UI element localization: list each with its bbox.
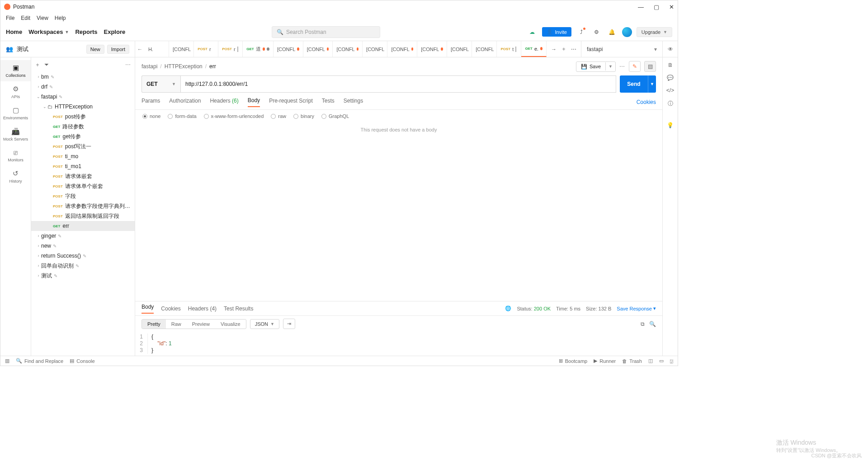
nav-explore[interactable]: Explore bbox=[104, 28, 126, 35]
body-binary[interactable]: binary bbox=[293, 113, 314, 119]
resp-tab-cookies[interactable]: Cookies bbox=[161, 306, 180, 312]
request-item[interactable]: POST返回结果限制返回字段 bbox=[31, 211, 135, 221]
filter-icon[interactable]: ⏷ bbox=[44, 61, 49, 68]
crumb[interactable]: fastapi bbox=[142, 63, 157, 70]
environment-selector[interactable]: fastapi ▾ bbox=[581, 41, 662, 57]
fmt-visualize[interactable]: Visualize bbox=[215, 320, 246, 329]
console[interactable]: ▤ Console bbox=[70, 358, 94, 364]
tab-authorization[interactable]: Authorization bbox=[169, 98, 201, 107]
collection-item[interactable]: ›drf✎ bbox=[31, 82, 135, 92]
layout-single-pane-icon[interactable]: ▭ bbox=[659, 358, 664, 364]
invite-button[interactable]: 👤Invite bbox=[542, 27, 571, 37]
collection-item[interactable]: ›new✎ bbox=[31, 241, 135, 251]
request-item[interactable]: POSTti_mo1 bbox=[31, 161, 135, 171]
edit-icon[interactable]: ✎ bbox=[629, 61, 641, 72]
collection-item[interactable]: ›测试✎ bbox=[31, 271, 135, 281]
copy-icon[interactable]: ⧉ bbox=[641, 321, 645, 327]
request-tab[interactable]: GETe. bbox=[521, 41, 547, 57]
workspace-label[interactable]: 👥 测试 New Import bbox=[0, 41, 135, 57]
tabs-back-icon[interactable]: ← bbox=[135, 41, 145, 57]
send-dropdown[interactable]: ▼ bbox=[648, 75, 656, 93]
comment-mode-icon[interactable]: ▤ bbox=[644, 61, 656, 72]
request-tab[interactable]: H. bbox=[145, 41, 169, 57]
save-response-button[interactable]: Save Response ▾ bbox=[617, 306, 656, 311]
rail-apis[interactable]: ⚙APIs bbox=[0, 81, 31, 103]
nav-reports[interactable]: Reports bbox=[75, 28, 97, 35]
collection-item[interactable]: ⌄fastapi✎ bbox=[31, 92, 135, 102]
globe-icon[interactable]: 🌐 bbox=[505, 306, 511, 311]
request-tab[interactable]: [CONFL bbox=[387, 41, 417, 57]
request-tab[interactable]: [CONFL bbox=[472, 41, 497, 57]
search-input[interactable]: 🔍 Search Postman bbox=[272, 26, 380, 38]
tabs-forward-icon[interactable]: → bbox=[551, 46, 557, 52]
settings-icon[interactable]: ⚙ bbox=[591, 27, 602, 38]
tab-tests[interactable]: Tests bbox=[322, 98, 335, 107]
fmt-raw[interactable]: Raw bbox=[166, 320, 187, 329]
window-minimize-icon[interactable]: — bbox=[638, 4, 644, 10]
request-tab[interactable]: [CONFL bbox=[447, 41, 472, 57]
request-item[interactable]: POSTti_mo bbox=[31, 151, 135, 161]
menu-view[interactable]: View bbox=[37, 15, 48, 21]
request-item[interactable]: POST请求体单个嵌套 bbox=[31, 181, 135, 191]
menu-help[interactable]: Help bbox=[55, 15, 66, 21]
rail-mock-servers[interactable]: 📠Mock Servers bbox=[0, 124, 31, 145]
new-tab-icon[interactable]: ＋ bbox=[561, 45, 566, 53]
sidebar-toggle-icon[interactable]: ▥ bbox=[5, 358, 9, 364]
crumb[interactable]: HTTPException bbox=[165, 63, 203, 70]
window-maximize-icon[interactable]: ▢ bbox=[654, 4, 659, 10]
send-button[interactable]: Send bbox=[620, 75, 648, 93]
tab-headers[interactable]: Headers (6) bbox=[210, 98, 238, 107]
save-button[interactable]: 💾Save ▼ bbox=[576, 61, 616, 72]
request-tab[interactable]: [CONFL bbox=[169, 41, 194, 57]
request-item[interactable]: GET路径参数 bbox=[31, 122, 135, 132]
request-item[interactable]: POST请求参数字段使用字典列表集合... bbox=[31, 201, 135, 211]
body-x-www-form-urlencoded[interactable]: x-www-form-urlencoded bbox=[204, 113, 264, 119]
runner[interactable]: ▶ Runner bbox=[594, 358, 616, 364]
request-item[interactable]: POSTpost写法一 bbox=[31, 141, 135, 151]
request-tab[interactable]: POSTr bbox=[194, 41, 218, 57]
chevron-down-icon[interactable]: ▼ bbox=[605, 62, 615, 70]
body-raw[interactable]: raw bbox=[271, 113, 286, 119]
rail-history[interactable]: ↺History bbox=[0, 166, 31, 187]
window-close-icon[interactable]: ✕ bbox=[669, 4, 674, 10]
capture-icon[interactable]: ⤴ bbox=[576, 27, 587, 38]
upgrade-button[interactable]: Upgrade▼ bbox=[637, 27, 672, 37]
request-item[interactable]: POST字段 bbox=[31, 191, 135, 201]
request-tab[interactable]: [CONFL bbox=[363, 41, 387, 57]
tab-settings[interactable]: Settings bbox=[344, 98, 363, 107]
request-tab[interactable]: GET道 bbox=[243, 41, 274, 57]
user-avatar[interactable] bbox=[622, 27, 632, 37]
docs-icon[interactable]: 🗎 bbox=[668, 62, 673, 68]
collection-item[interactable]: ›回单自动识别✎ bbox=[31, 261, 135, 271]
request-tab[interactable]: [CONFL bbox=[274, 41, 303, 57]
bootcamp[interactable]: ⊞ Bootcamp bbox=[559, 358, 588, 364]
environment-quicklook-icon[interactable]: 👁 bbox=[662, 41, 678, 57]
bulb-icon[interactable]: 💡 bbox=[667, 122, 674, 128]
fmt-pretty[interactable]: Pretty bbox=[142, 320, 166, 329]
new-button[interactable]: New bbox=[86, 45, 104, 54]
request-item[interactable]: GETget传参 bbox=[31, 132, 135, 141]
fmt-preview[interactable]: Preview bbox=[187, 320, 215, 329]
wrap-lines-icon[interactable]: ⇥ bbox=[283, 319, 295, 329]
rail-monitors[interactable]: ⎚Monitors bbox=[0, 145, 31, 166]
rail-environments[interactable]: ▢Environments bbox=[0, 103, 31, 124]
resp-tab-test-results[interactable]: Test Results bbox=[224, 306, 253, 312]
method-selector[interactable]: GET ▼ bbox=[142, 75, 180, 93]
body-form-data[interactable]: form-data bbox=[168, 113, 196, 119]
tab-params[interactable]: Params bbox=[142, 98, 160, 107]
notifications-icon[interactable]: 🔔 bbox=[607, 27, 618, 38]
nav-workspaces[interactable]: Workspaces▼ bbox=[28, 28, 69, 35]
request-actions-menu[interactable]: ⋯ bbox=[619, 63, 625, 70]
folder-item[interactable]: ⌄🗀HTTPException bbox=[31, 102, 135, 112]
request-tab[interactable]: [CONFL bbox=[303, 41, 333, 57]
request-item[interactable]: POSTpost传参 bbox=[31, 112, 135, 122]
resp-tab-body[interactable]: Body bbox=[142, 304, 154, 314]
layout-two-pane-icon[interactable]: ◫ bbox=[648, 358, 653, 364]
body-graphql[interactable]: GraphQL bbox=[321, 113, 349, 119]
search-icon[interactable]: 🔍 bbox=[649, 321, 656, 327]
nav-home[interactable]: Home bbox=[6, 28, 22, 35]
url-input[interactable] bbox=[180, 75, 616, 93]
rail-collections[interactable]: ▣Collections bbox=[0, 60, 31, 81]
request-tab[interactable]: POSTt bbox=[497, 41, 521, 57]
comments-icon[interactable]: 💬 bbox=[667, 75, 674, 81]
